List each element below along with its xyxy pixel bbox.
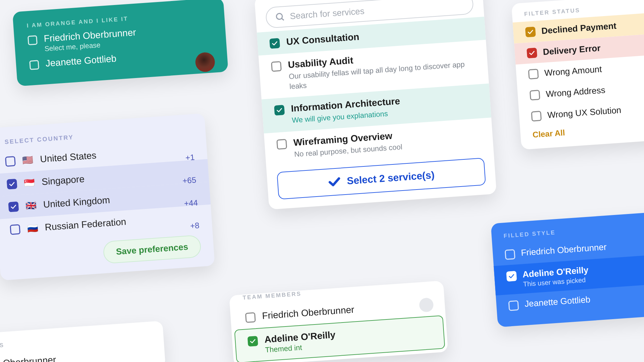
filter-label: Wrong Address [545, 85, 605, 99]
checkbox-icon[interactable] [505, 249, 515, 260]
blue-name: Jeanette Gottlieb [524, 294, 591, 309]
service-title: UX Consultation [286, 31, 359, 47]
filter-label: Wrong UX Solution [547, 105, 622, 120]
filter-label: Declined Payment [541, 21, 617, 37]
save-preferences-button[interactable]: Save preferences [103, 235, 201, 264]
dial-code: +1 [185, 153, 195, 163]
country-card: SELECT COUNTRY 🇺🇸 United States +1 🇸🇬 Si… [0, 113, 215, 281]
teal-item-name: Jeanette Gottlieb [45, 53, 117, 69]
dial-code: +44 [184, 198, 198, 208]
filled-style-card: FILLED STYLE Friedrich Oberbrunner Adeli… [491, 212, 644, 327]
blue-name: Friedrich Oberbrunner [521, 242, 607, 258]
services-card: CTION MODE UX Consultation Usability Aud… [254, 0, 497, 210]
check-icon [328, 177, 341, 187]
svg-line-1 [282, 18, 284, 20]
team-members-card: TEAM MEMBERS Friedrich Oberbrunner Adeli… [229, 281, 448, 362]
flag-icon: 🇺🇸 [21, 155, 35, 166]
checkbox-icon[interactable] [277, 139, 287, 150]
checkbox-icon[interactable] [5, 156, 16, 167]
filter-label: Delivery Error [543, 43, 601, 57]
checkbox-icon[interactable] [527, 48, 537, 58]
avatar [419, 297, 434, 312]
checkbox-icon[interactable] [27, 35, 38, 45]
flag-icon: 🇷🇺 [26, 223, 39, 234]
search-input[interactable] [290, 0, 464, 21]
filter-label: Wrong Amount [544, 64, 602, 78]
checkbox-icon[interactable] [508, 300, 519, 311]
member-name: Friedrich Oberbrunner [0, 348, 152, 362]
flag-icon: 🇸🇬 [23, 177, 36, 189]
search-icon [275, 12, 286, 22]
dial-code: +8 [190, 221, 199, 231]
dial-code: +65 [182, 175, 197, 186]
checkbox-icon[interactable] [8, 202, 19, 212]
flag-icon: 🇬🇧 [24, 200, 38, 211]
checkbox-icon[interactable] [245, 312, 256, 323]
members-title: M MEMBERS [0, 332, 150, 352]
checkbox-icon[interactable] [29, 60, 39, 70]
checkbox-icon[interactable] [531, 111, 542, 121]
country-name: Russian Federation [45, 211, 199, 233]
checkbox-icon[interactable] [506, 271, 517, 282]
select-services-label: Select 2 service(s) [347, 169, 435, 187]
checkbox-icon[interactable] [529, 90, 540, 100]
checkbox-icon[interactable] [525, 26, 536, 37]
checkbox-icon[interactable] [271, 61, 282, 72]
checkbox-icon[interactable] [247, 336, 258, 347]
teal-card: I AM ORANGE AND I LIKE IT Friedrich Ober… [12, 0, 228, 86]
filter-status-card: FILTER STATUS Declined Payment Delivery … [511, 0, 644, 150]
checkbox-icon[interactable] [7, 179, 17, 190]
team-name: Friedrich Oberbrunner [262, 304, 355, 321]
checkbox-icon[interactable] [10, 224, 20, 235]
members-partial-card: M MEMBERS Friedrich Oberbrunner [0, 321, 166, 362]
checkbox-icon[interactable] [269, 38, 280, 49]
checkbox-icon[interactable] [274, 105, 285, 116]
checkbox-icon[interactable] [528, 69, 539, 79]
